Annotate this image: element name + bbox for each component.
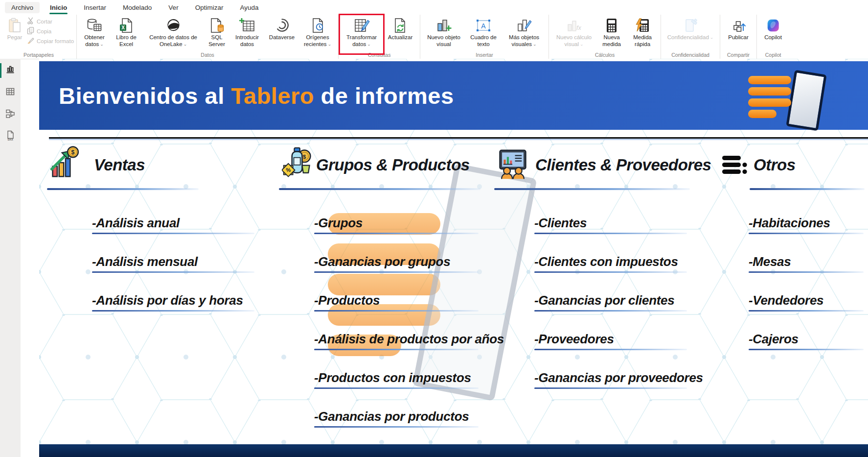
tab-inicio[interactable]: Inicio [44, 2, 73, 13]
svg-text:X: X [121, 25, 125, 30]
report-link-label: -Análisis de productos por años [314, 332, 504, 346]
tab-ver[interactable]: Ver [162, 2, 184, 13]
report-link-productos-con-impuestos[interactable]: -Productos con impuestos [314, 370, 479, 385]
tab-ayuda[interactable]: Ayuda [233, 2, 265, 13]
report-link-analisis-mensual[interactable]: -Análisis mensual [92, 254, 254, 269]
button-label: Introducir datos [235, 34, 259, 47]
report-link-ganancias-por-clientes[interactable]: -Ganancias por clientes [534, 293, 687, 308]
section-links-grupos-productos: -Grupos-Ganancias por grupos-Productos-A… [314, 216, 479, 448]
ribbon-group-label: Portapapeles [3, 52, 74, 59]
copy-icon [27, 27, 34, 35]
chevron-down-icon: ⌄ [533, 42, 537, 47]
button-label: Nuevo objeto visual [427, 34, 460, 47]
sidebar-model-view[interactable] [0, 105, 21, 124]
report-link-label: -Productos con impuestos [314, 370, 471, 385]
mas-objetos-visuales-button[interactable]: Más objetos visuales⌄ [502, 15, 546, 48]
report-link-clientes-con-impuestos[interactable]: -Clientes con impuestos [534, 254, 687, 269]
button-label: Cortar [37, 19, 52, 24]
more-visuals-icon [516, 16, 532, 34]
report-link-analisis-anual[interactable]: -Análisis anual [92, 216, 254, 230]
report-link-proveedores[interactable]: -Proveedores [534, 332, 687, 346]
copiar-formato-button: Copiar formato [27, 37, 74, 45]
transformar-datos-button[interactable]: Transformar datos⌄ [341, 15, 382, 48]
publicar-button[interactable]: Publicar [723, 15, 754, 41]
recent-sources-icon [310, 16, 325, 34]
cuadro-de-texto-button[interactable]: ACuadro de texto [466, 15, 501, 48]
sql-server-icon [209, 16, 225, 34]
view-sidebar: DAX [0, 59, 21, 457]
format-painter-icon [27, 37, 34, 45]
report-link-vendedores[interactable]: -Vendedores [749, 293, 864, 308]
report-link-ganancias-por-proveedores[interactable]: -Ganancias por proveedores [534, 370, 687, 385]
libro-de-excel-button[interactable]: XLibro de Excel [111, 15, 142, 48]
button-label: Medida rápida [633, 34, 652, 47]
sql-server-button[interactable]: SQL Server [205, 15, 229, 48]
chevron-down-icon: ⌄ [710, 36, 714, 41]
text-box-icon: A [475, 16, 492, 34]
introducir-datos-button[interactable]: Introducir datos [230, 15, 264, 48]
pegar-button: Pegar [3, 15, 26, 41]
quick-measure-icon [635, 16, 650, 34]
svg-text:A: A [481, 22, 486, 30]
svg-text:$: $ [303, 154, 306, 160]
ribbon-group-label: Compartir [723, 52, 754, 59]
origenes-recientes-button[interactable]: Orígenes recientes⌄ [299, 15, 336, 48]
report-link-label: -Grupos [314, 216, 363, 230]
page-title-highlight: Tablero [231, 83, 314, 109]
report-link-ganancias-por-grupos[interactable]: -Ganancias por grupos [314, 254, 479, 269]
chevron-down-icon: ⌄ [100, 42, 104, 47]
header-banner: Bienvenidos al Tablero de informes [39, 61, 868, 130]
report-link-mesas[interactable]: -Mesas [749, 254, 864, 269]
report-link-label: -Clientes [534, 216, 587, 230]
ribbon-group-label: Consultas [341, 52, 417, 59]
button-label: Centro de datos de OneLake [149, 34, 197, 47]
sidebar-table-view[interactable] [0, 83, 21, 102]
copilot-button[interactable]: Copilot [759, 15, 787, 41]
svg-text:%: % [286, 167, 291, 173]
sidebar-dax-query-view[interactable]: DAX [0, 127, 21, 146]
report-link-cajeros[interactable]: -Cajeros [749, 332, 864, 346]
chevron-down-icon: ⌄ [328, 42, 332, 47]
enter-data-icon [239, 16, 255, 34]
tab-insertar[interactable]: Insertar [77, 2, 113, 13]
publish-icon [730, 16, 747, 34]
report-link-label: -Ganancias por clientes [534, 293, 674, 308]
report-link-clientes[interactable]: -Clientes [534, 216, 687, 230]
report-link-habitaciones[interactable]: -Habitaciones [749, 216, 864, 230]
copilot-icon [766, 16, 780, 34]
centro-de-datos-de-onelake-button[interactable]: Centro de datos de OneLake⌄ [143, 15, 204, 48]
obtener-datos-button[interactable]: Obtener datos⌄ [79, 15, 110, 48]
report-link-ganancias-por-productos[interactable]: -Ganancias por productos [314, 409, 479, 424]
paste-icon [7, 16, 22, 34]
button-label: Nueva medida [602, 34, 621, 47]
ribbon-group-calculos: fxNuevo cálculo visual⌄Nueva medidaMedid… [548, 15, 661, 59]
nuevo-objeto-visual-button[interactable]: Nuevo objeto visual [423, 15, 465, 48]
report-link-analisis-por-dias-y-horas[interactable]: -Análisis por días y horas [92, 293, 254, 308]
medida-rapida-button[interactable]: Medida rápida [627, 15, 658, 48]
copia-button: Copia [27, 27, 74, 35]
page-title-suffix: de informes [314, 83, 454, 109]
get-data-icon [86, 16, 103, 34]
cut-icon [27, 17, 34, 25]
nueva-medida-button[interactable]: Nueva medida [597, 15, 626, 48]
visual-calc-icon: fx [566, 16, 582, 34]
dataverse-button[interactable]: Dataverse [265, 15, 298, 41]
section-title-ventas: Ventas [94, 156, 145, 174]
section-underline [47, 188, 199, 190]
report-link-grupos[interactable]: -Grupos [314, 216, 479, 230]
button-label: Actualizar [388, 34, 413, 40]
dataverse-icon [274, 16, 290, 34]
report-link-label: -Ganancias por grupos [314, 254, 450, 269]
actualizar-button[interactable]: Actualizar [383, 15, 417, 41]
section-underline [279, 188, 480, 190]
tab-modelado[interactable]: Modelado [116, 2, 158, 13]
report-link-productos[interactable]: -Productos [314, 293, 479, 308]
report-link-analisis-de-productos-por-anos[interactable]: -Análisis de productos por años [314, 332, 479, 346]
report-link-label: -Proveedores [534, 332, 614, 346]
tab-archivo[interactable]: Archivo [5, 2, 40, 13]
page-title: Bienvenidos al Tablero de informes [59, 82, 454, 109]
sidebar-report-view[interactable] [0, 61, 21, 80]
tab-optimizar[interactable]: Optimizar [189, 2, 230, 13]
excel-workbook-icon: X [118, 16, 134, 34]
page-title-prefix: Bienvenidos al [59, 83, 231, 109]
